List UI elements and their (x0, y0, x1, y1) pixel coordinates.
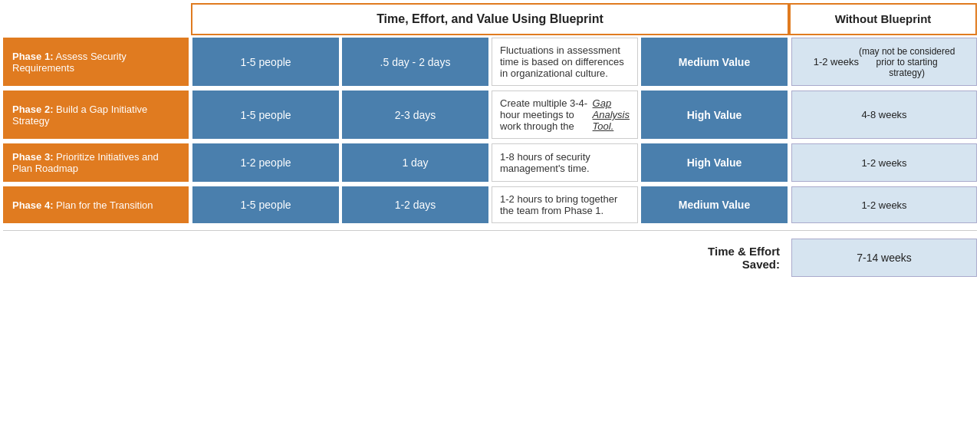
value-cell-4: Medium Value (641, 186, 788, 223)
header-without: Without Blueprint (789, 3, 977, 35)
without-cell-1: 1-2 weeks(may not be consideredprior to … (791, 38, 977, 86)
people-cell-3: 1-2 people (192, 143, 339, 182)
phase-cell-4: Phase 4: Plan for the Transition (3, 186, 189, 223)
desc-cell-1: Fluctuations in assessment time is based… (492, 38, 638, 86)
value-cell-3: High Value (641, 143, 788, 182)
table-wrapper: Time, Effort, and Value Using Blueprint … (0, 0, 980, 283)
time-cell-2: 2-3 days (342, 91, 488, 139)
main-grid: Time, Effort, and Value Using Blueprint … (3, 3, 977, 280)
header-empty (3, 3, 191, 35)
value-cell-2: High Value (641, 91, 788, 139)
phase-bold-4: Phase 4: (12, 199, 53, 211)
header-blueprint: Time, Effort, and Value Using Blueprint (191, 3, 789, 35)
separator (3, 230, 977, 231)
desc-cell-3: 1-8 hours of security management's time. (492, 143, 638, 182)
value-cell-1: Medium Value (641, 38, 788, 86)
people-cell-2: 1-5 people (192, 91, 339, 139)
time-cell-4: 1-2 days (342, 186, 488, 223)
people-cell-4: 1-5 people (192, 186, 339, 223)
phase-bold-2: Phase 2: (12, 104, 53, 115)
phase-bold-3: Phase 3: (12, 151, 53, 163)
without-cell-3: 1-2 weeks (791, 143, 977, 182)
footer-empty (3, 235, 490, 280)
desc-cell-4: 1-2 hours to bring together the team fro… (492, 186, 638, 223)
without-cell-2: 4-8 weeks (791, 91, 977, 139)
desc-cell-2: Create multiple 3-4-hour meetings to wor… (492, 91, 638, 139)
phase-bold-1: Phase 1: (12, 51, 53, 62)
footer-value: 7-14 weeks (791, 239, 977, 277)
footer-label: Time & EffortSaved: (490, 235, 789, 280)
phase-cell-3: Phase 3: Prioritize Initiatives and Plan… (3, 143, 189, 182)
time-cell-3: 1 day (342, 143, 488, 182)
phase-rest-4: Plan for the Transition (53, 199, 153, 211)
without-cell-4: 1-2 weeks (791, 186, 977, 223)
phase-cell-1: Phase 1: Assess Security Requirements (3, 38, 189, 86)
people-cell-1: 1-5 people (192, 38, 339, 86)
phase-cell-2: Phase 2: Build a Gap Initiative Strategy (3, 91, 189, 139)
time-cell-1: .5 day - 2 days (342, 38, 488, 86)
